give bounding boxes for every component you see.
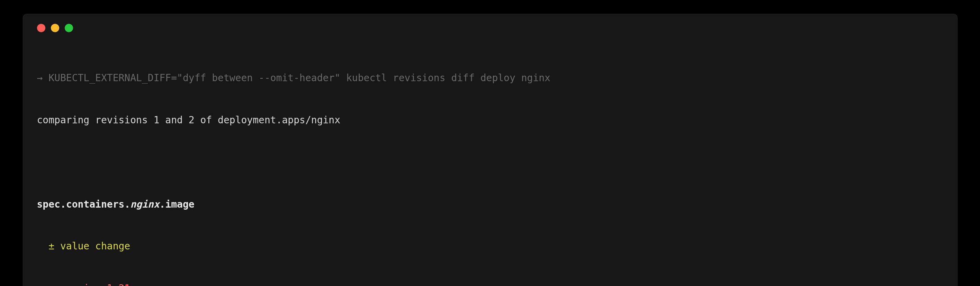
diff-space [66,283,72,286]
diff-old-changed: 1 [124,283,130,286]
path-container-name: nginx [130,199,159,210]
plus-minus-icon: ± [48,240,54,252]
change-label: value change [54,240,130,252]
change-header: ± value change [37,239,943,254]
path-dot: . [124,199,130,210]
path-containers: containers [66,199,125,210]
diff-path: spec.containers.nginx.image [37,198,943,212]
close-button[interactable] [37,24,45,32]
maximize-button[interactable] [65,24,73,32]
minimize-button[interactable] [51,24,59,32]
path-dot: . [159,199,165,210]
command-line: → KUBECTL_EXTERNAL_DIFF="dyff between --… [37,71,943,85]
terminal-content[interactable]: → KUBECTL_EXTERNAL_DIFF="dyff between --… [37,43,943,286]
path-dot: . [60,199,66,210]
path-image: image [165,199,194,210]
diff-old-prefix: nginx:1.2 [72,283,125,286]
terminal-window: → KUBECTL_EXTERNAL_DIFF="dyff between --… [23,14,958,286]
change-indent [37,240,49,252]
diff-indent [37,283,60,286]
prompt-arrow-icon: → [37,72,43,84]
command-text: KUBECTL_EXTERNAL_DIFF="dyff between --om… [48,72,550,84]
comparing-output: comparing revisions 1 and 2 of deploymen… [37,113,943,128]
minus-sign-icon: - [60,283,66,286]
window-titlebar [37,24,943,32]
blank-line [37,155,943,170]
path-spec: spec [37,199,60,210]
diff-removed-line: - nginx:1.21 [37,281,943,286]
